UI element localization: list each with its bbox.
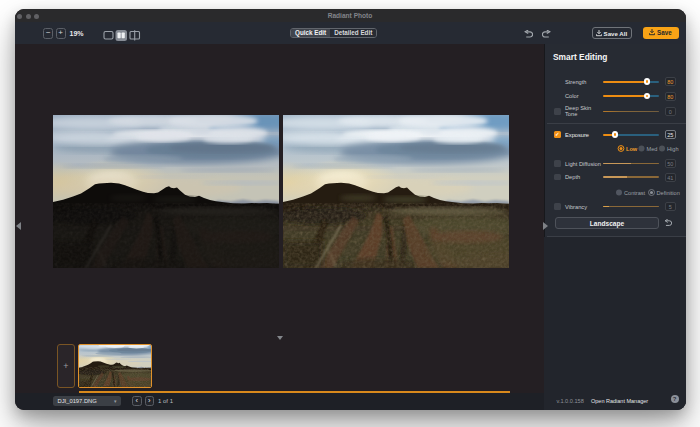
svg-text:Contrast: Contrast: [624, 189, 646, 195]
svg-text:High: High: [667, 146, 679, 152]
svg-text:Low: Low: [626, 146, 638, 152]
svg-text:Med: Med: [646, 146, 657, 152]
svg-text:Definition: Definition: [656, 189, 679, 195]
